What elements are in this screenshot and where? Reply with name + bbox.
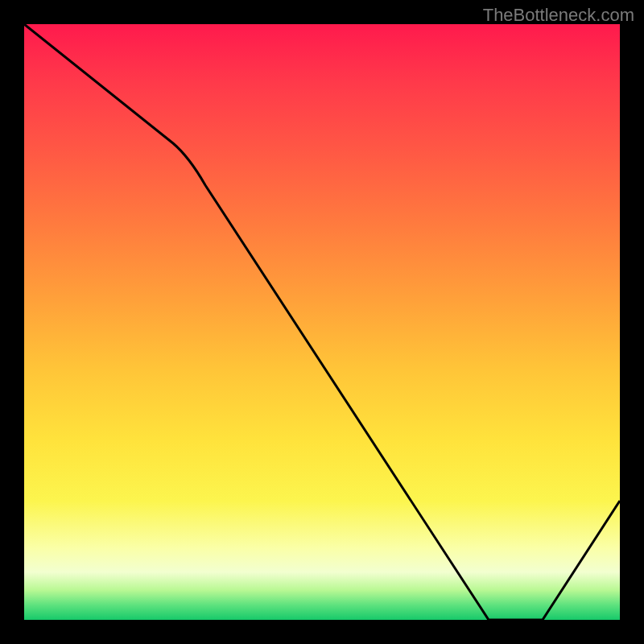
gradient-background <box>24 24 620 620</box>
attribution-text: TheBottleneck.com <box>483 5 634 26</box>
plot-area <box>24 24 620 620</box>
